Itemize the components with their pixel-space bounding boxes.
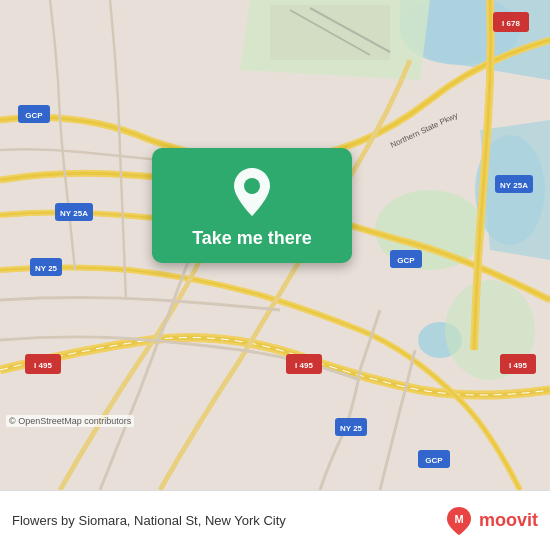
svg-text:NY 25: NY 25 — [340, 424, 363, 433]
svg-text:GCP: GCP — [425, 456, 443, 465]
moovit-text: moovit — [479, 510, 538, 531]
take-me-there-button[interactable]: Take me there — [152, 148, 352, 263]
take-me-there-label: Take me there — [192, 228, 312, 249]
svg-text:I 495: I 495 — [295, 361, 313, 370]
copyright-text: © OpenStreetMap contributors — [6, 415, 134, 427]
svg-text:I 495: I 495 — [509, 361, 527, 370]
svg-point-37 — [244, 178, 260, 194]
svg-text:I 678: I 678 — [502, 19, 520, 28]
place-name: Flowers by Siomara, National St, New Yor… — [12, 513, 435, 528]
moovit-logo: M moovit — [443, 505, 538, 537]
map-container: GCP GCP GCP I 678 NY 25A NY 25 NY 25 I 4… — [0, 0, 550, 490]
bottom-bar: Flowers by Siomara, National St, New Yor… — [0, 490, 550, 550]
svg-text:M: M — [454, 513, 463, 525]
svg-text:GCP: GCP — [397, 256, 415, 265]
svg-text:GCP: GCP — [25, 111, 43, 120]
svg-text:I 495: I 495 — [34, 361, 52, 370]
svg-text:NY 25: NY 25 — [35, 264, 58, 273]
location-pin-icon — [230, 166, 274, 218]
svg-text:NY 25A: NY 25A — [500, 181, 528, 190]
moovit-brand-icon: M — [443, 505, 475, 537]
svg-text:NY 25A: NY 25A — [60, 209, 88, 218]
